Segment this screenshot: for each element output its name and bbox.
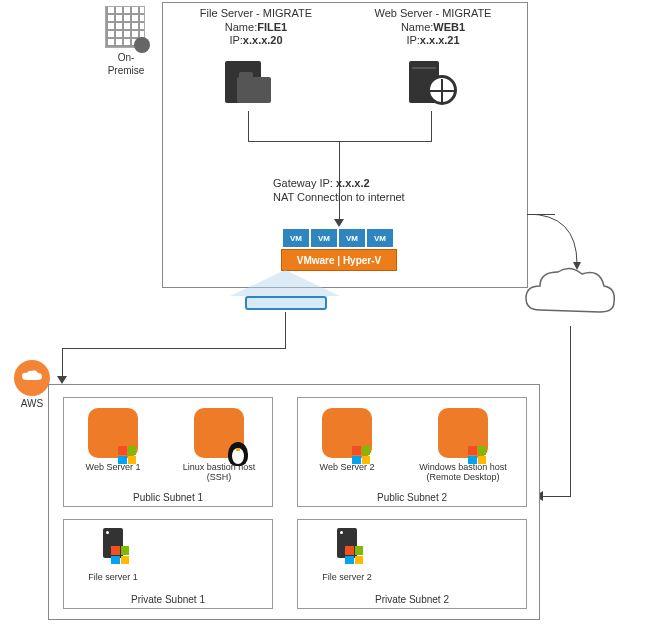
file-server-icon: [225, 61, 271, 103]
web-name-value: WEB1: [433, 21, 465, 33]
web-server-header: Web Server - MIGRATE: [353, 7, 513, 21]
connector: [431, 111, 432, 141]
file-server-2: File server 2: [316, 528, 378, 582]
onprem-label: On- Premise: [98, 52, 154, 77]
svg-marker-0: [573, 262, 581, 270]
aws-vpc-box: Web Server 1 Linux bastion host (SSH) Pu…: [48, 384, 540, 620]
projection-icon: [230, 270, 340, 296]
subnet-label: Private Subnet 2: [298, 594, 526, 605]
connector: [62, 348, 63, 378]
subnet-label: Public Subnet 1: [64, 492, 272, 503]
web-server-ip: IP:x.x.x.21: [353, 34, 513, 48]
aws-cloud-icon: [14, 360, 50, 396]
windows-icon: [345, 546, 363, 564]
public-subnet-1: Web Server 1 Linux bastion host (SSH) Pu…: [63, 397, 273, 507]
file-server-name: Name:FILE1: [181, 21, 331, 35]
windows-icon: [118, 446, 136, 464]
vm-icon: VM: [339, 229, 365, 247]
linux-bastion-host: Linux bastion host (SSH): [176, 408, 262, 483]
connector: [248, 141, 432, 142]
icon-label: File server 2: [316, 572, 378, 582]
onprem-box: File Server - MIGRATE Name:FILE1 IP:x.x.…: [162, 2, 528, 288]
connector: [570, 326, 571, 496]
windows-icon: [111, 546, 129, 564]
vm-icon: VM: [367, 229, 393, 247]
hypervisor-label: VMware | Hyper-V: [281, 249, 397, 271]
vm-row: VM VM VM VM: [283, 229, 393, 247]
file-ip-value: x.x.x.20: [243, 34, 283, 46]
windows-icon: [468, 446, 486, 464]
gateway-ip-label: Gateway IP:: [273, 177, 336, 189]
icon-label: File server 1: [82, 572, 144, 582]
aws-label: AWS: [12, 398, 52, 411]
file-ip-label: IP:: [229, 34, 242, 46]
file-server-header: File Server - MIGRATE: [181, 7, 331, 21]
subnet-label: Public Subnet 2: [298, 492, 526, 503]
vm-icon: VM: [283, 229, 309, 247]
connector: [285, 312, 286, 348]
server-tower-icon: [93, 528, 133, 568]
web-server-name: Name:WEB1: [353, 21, 513, 35]
linux-penguin-icon: [224, 438, 252, 470]
file-server-ip: IP:x.x.x.20: [181, 34, 331, 48]
connector: [527, 214, 597, 274]
connector: [248, 111, 249, 141]
file-name-value: FILE1: [257, 21, 287, 33]
gear-icon: [134, 37, 150, 53]
subnet-label: Private Subnet 1: [64, 594, 272, 605]
building-icon: [105, 6, 145, 48]
web-name-label: Name:: [401, 21, 433, 33]
file-server-1: File server 1: [82, 528, 144, 582]
private-subnet-2: File server 2 Private Subnet 2: [297, 519, 527, 609]
vm-icon: VM: [311, 229, 337, 247]
nat-label: NAT Connection to internet: [273, 191, 473, 205]
gateway-ip: Gateway IP: x.x.x.2: [273, 177, 473, 191]
connector: [541, 496, 571, 497]
web-server-2: Web Server 2: [316, 408, 378, 472]
physical-host-icon: [245, 296, 327, 310]
arrow-down-icon: [334, 219, 344, 227]
web-ip-label: IP:: [406, 34, 419, 46]
private-subnet-1: File server 1 Private Subnet 1: [63, 519, 273, 609]
windows-bastion-host: Windows bastion host (Remote Desktop): [408, 408, 518, 483]
web-server-globe-icon: [409, 61, 455, 103]
web-server-1: Web Server 1: [82, 408, 144, 472]
public-subnet-2: Web Server 2 Windows bastion host (Remot…: [297, 397, 527, 507]
server-tower-icon: [327, 528, 367, 568]
gateway-ip-value: x.x.x.2: [336, 177, 370, 189]
file-name-label: Name:: [225, 21, 257, 33]
arrow-down-icon: [57, 376, 67, 384]
icon-label: Windows bastion host (Remote Desktop): [408, 462, 518, 483]
windows-icon: [352, 446, 370, 464]
web-ip-value: x.x.x.21: [420, 34, 460, 46]
connector: [62, 348, 286, 349]
